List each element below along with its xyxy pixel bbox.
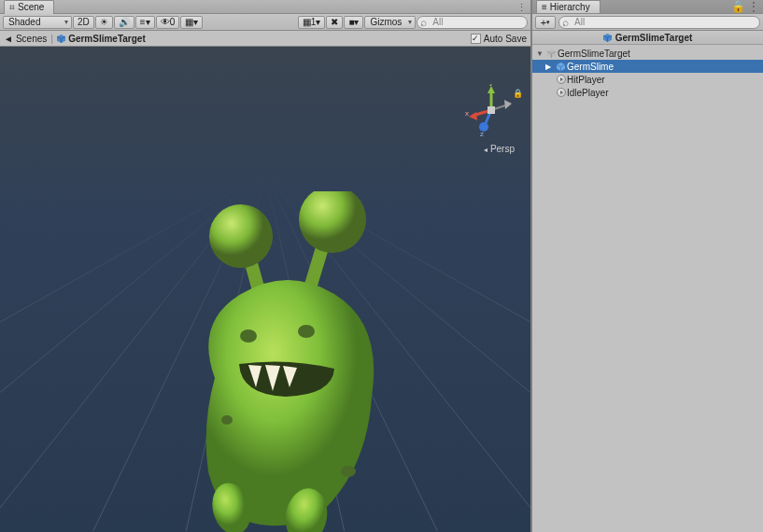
scene-toolbar: Shaded 2D ☀ 🔊 ≡▾ 👁0 ▦▾ ▦1▾ ✖ ■▾ Gizmos A… — [0, 14, 530, 31]
auto-save-toggle[interactable]: ✓ Auto Save — [471, 34, 527, 44]
lighting-toggle-button[interactable]: ☀ — [95, 16, 113, 29]
scene-breadcrumb-bar: ◄ Scenes | GermSlimeTarget ✓ Auto Save — [0, 31, 530, 47]
search-placeholder: All — [432, 17, 443, 27]
breadcrumb-asset-label: GermSlimeTarget — [68, 34, 146, 44]
tree-item-root[interactable]: ▼ GermSlimeTarget — [532, 47, 763, 60]
hidden-count: 0 — [170, 17, 176, 27]
create-button[interactable]: +▾ — [535, 16, 556, 29]
2d-label: 2D — [78, 17, 90, 27]
hierarchy-title-bar: GermSlimeTarget — [532, 31, 763, 45]
scene-tab-label: Scene — [18, 2, 44, 12]
tools-button[interactable]: ✖ — [326, 16, 343, 29]
hidden-objects-button[interactable]: 👁0 — [156, 16, 180, 29]
hierarchy-tree: ▼ GermSlimeTarget ▶ GermSlime HitPlayer … — [532, 45, 763, 532]
eye-icon: 👁 — [161, 17, 170, 27]
gameobject-cube-icon — [545, 49, 558, 58]
tree-item-idleplayer[interactable]: IdlePlayer — [532, 86, 763, 99]
breadcrumb-separator: | — [50, 33, 53, 44]
projection-text: Persp — [490, 144, 515, 154]
svg-point-23 — [209, 204, 273, 268]
2d-toggle-button[interactable]: 2D — [73, 16, 94, 29]
scene-tab[interactable]: ⌗ Scene — [4, 0, 54, 14]
back-arrow-icon: ◄ — [4, 34, 13, 44]
hierarchy-tab-icon: ≡ — [542, 2, 547, 12]
camera-icon: ▦ — [303, 17, 311, 27]
hierarchy-tab-label: Hierarchy — [550, 2, 590, 12]
auto-save-checkbox[interactable]: ✓ — [471, 34, 481, 44]
axis-y-label: y — [489, 84, 493, 86]
svg-point-30 — [221, 415, 233, 425]
scene-tab-icon: ⌗ — [9, 2, 15, 13]
fx-toggle-button[interactable]: ≡▾ — [135, 16, 155, 29]
svg-marker-32 — [487, 86, 495, 93]
hierarchy-search-placeholder: All — [574, 17, 585, 27]
speaker-icon: 🔊 — [119, 17, 130, 27]
fx-icon: ≡▾ — [140, 17, 150, 27]
projection-label[interactable]: ◂ Persp — [484, 144, 515, 154]
animation-icon — [555, 88, 567, 97]
svg-point-25 — [240, 329, 257, 343]
tree-item-label: GermSlime — [567, 62, 614, 72]
svg-point-29 — [341, 466, 356, 477]
svg-point-26 — [298, 325, 315, 338]
sun-icon: ☀ — [100, 17, 108, 27]
tree-item-hitplayer[interactable]: HitPlayer — [532, 73, 763, 86]
expand-arrow-icon[interactable]: ▶ — [545, 63, 555, 71]
grid-icon: ▦▾ — [185, 17, 198, 27]
breadcrumb-asset[interactable]: GermSlimeTarget — [57, 34, 146, 44]
svg-marker-38 — [504, 100, 512, 109]
camera2-icon: ■▾ — [348, 17, 359, 27]
hierarchy-tab[interactable]: ≡ Hierarchy — [536, 0, 601, 13]
prefab-cube-icon — [555, 63, 567, 71]
audio-toggle-button[interactable]: 🔊 — [114, 16, 134, 29]
axis-z-label: z — [480, 130, 484, 136]
expand-arrow-icon[interactable]: ▼ — [536, 49, 545, 58]
breadcrumb-scenes-label: Scenes — [16, 34, 47, 44]
prefab-cube-icon — [57, 35, 65, 43]
prefab-cube-icon — [603, 34, 612, 42]
panel-options-icon[interactable]: ⋮ — [516, 2, 527, 14]
hierarchy-tab-header: ≡ Hierarchy 🔒 ⋮ — [532, 0, 763, 14]
camera-settings-button[interactable]: ■▾ — [344, 16, 363, 29]
gizmos-dropdown[interactable]: Gizmos — [364, 16, 416, 29]
tree-item-label: GermSlimeTarget — [558, 49, 630, 59]
scene-search-input[interactable]: All — [417, 16, 528, 29]
tree-item-germslime[interactable]: ▶ GermSlime — [532, 60, 763, 73]
breadcrumb-scenes[interactable]: ◄ Scenes — [4, 34, 47, 44]
animation-icon — [555, 75, 567, 84]
checkmark-icon: ✓ — [472, 34, 479, 43]
hierarchy-title-label: GermSlimeTarget — [615, 33, 693, 43]
hierarchy-lock-icon[interactable]: 🔒 ⋮ — [731, 0, 759, 13]
scene-tab-header: ⌗ Scene ⋮ — [0, 0, 530, 14]
tree-item-label: HitPlayer — [567, 75, 605, 85]
hierarchy-toolbar: +▾ All — [532, 14, 763, 31]
wrench-icon: ✖ — [331, 17, 338, 27]
camera-mode-button[interactable]: ▦1▾ — [298, 16, 326, 29]
auto-save-label: Auto Save — [484, 34, 527, 44]
gizmos-label: Gizmos — [370, 17, 402, 27]
axis-x-label: x — [465, 109, 469, 118]
orientation-gizmo[interactable]: y x z — [465, 84, 517, 136]
svg-rect-39 — [487, 106, 495, 114]
scene-viewport[interactable]: y x z 🔒 ◂ Persp — [0, 47, 530, 532]
hierarchy-search-input[interactable]: All — [558, 16, 760, 29]
grid-visibility-button[interactable]: ▦▾ — [180, 16, 203, 29]
shading-mode-dropdown[interactable]: Shaded — [3, 16, 72, 29]
shading-mode-label: Shaded — [8, 17, 40, 27]
svg-point-24 — [299, 191, 366, 253]
gizmo-lock-icon[interactable]: 🔒 — [513, 89, 523, 98]
slime-model — [176, 191, 390, 532]
tree-item-label: IdlePlayer — [567, 88, 608, 98]
svg-marker-34 — [469, 112, 477, 120]
